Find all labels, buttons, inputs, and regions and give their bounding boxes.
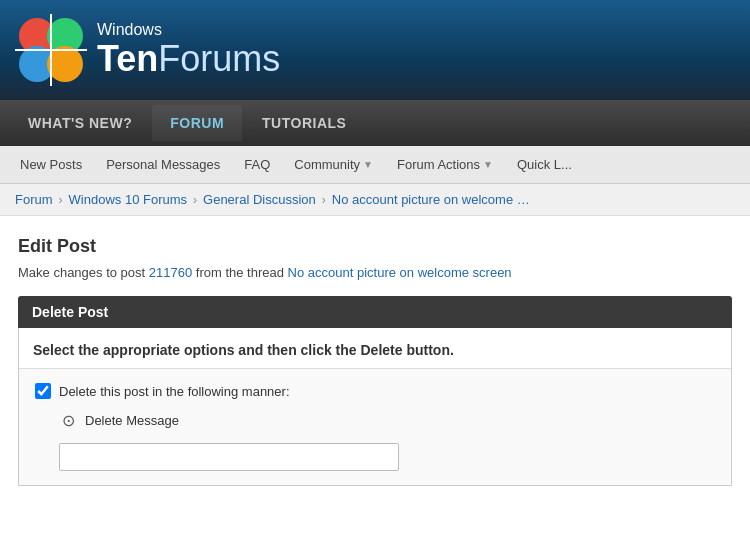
breadcrumb-thread[interactable]: No account picture on welcome scr... [332, 192, 532, 207]
content-area: Edit Post Make changes to post 211760 fr… [0, 216, 750, 506]
breadcrumb-forum[interactable]: Forum [15, 192, 53, 207]
breadcrumb: Forum › Windows 10 Forums › General Disc… [0, 184, 750, 216]
breadcrumb-sep-3: › [322, 193, 326, 207]
delete-reason-row [59, 443, 715, 471]
delete-message-row: ⊙ Delete Message [59, 411, 715, 429]
logo-text: Windows TenForums [97, 21, 280, 78]
breadcrumb-windows10forums[interactable]: Windows 10 Forums [69, 192, 187, 207]
svg-point-3 [47, 46, 83, 82]
delete-post-block: Delete Post Select the appropriate optio… [18, 296, 732, 486]
post-number-link[interactable]: 211760 [149, 265, 192, 280]
breadcrumb-sep-1: › [59, 193, 63, 207]
delete-checkbox-row: Delete this post in the following manner… [35, 383, 715, 399]
edit-post-title: Edit Post [18, 236, 732, 257]
nav-whats-new[interactable]: WHAT'S NEW? [10, 105, 150, 141]
delete-message-label: Delete Message [85, 413, 179, 428]
breadcrumb-general-discussion[interactable]: General Discussion [203, 192, 316, 207]
logo-tenforums: TenForums [97, 39, 280, 79]
community-dropdown-arrow: ▼ [363, 159, 373, 170]
logo-windows: Windows [97, 21, 280, 39]
edit-post-subtitle: Make changes to post 211760 from the thr… [18, 265, 732, 280]
logo-icon [15, 14, 87, 86]
subnav-forum-actions[interactable]: Forum Actions ▼ [385, 149, 505, 180]
delete-post-options: Delete this post in the following manner… [19, 369, 731, 485]
delete-post-header: Delete Post [18, 296, 732, 328]
subnav-new-posts[interactable]: New Posts [8, 149, 94, 180]
breadcrumb-sep-2: › [193, 193, 197, 207]
logo[interactable]: Windows TenForums [15, 14, 280, 86]
delete-checkbox[interactable] [35, 383, 51, 399]
subnav-personal-messages[interactable]: Personal Messages [94, 149, 232, 180]
subnav-quick-links[interactable]: Quick L... [505, 149, 584, 180]
subnav-community[interactable]: Community ▼ [282, 149, 385, 180]
subnav-faq[interactable]: FAQ [232, 149, 282, 180]
delete-post-instruction: Select the appropriate options and then … [19, 328, 731, 369]
forum-actions-dropdown-arrow: ▼ [483, 159, 493, 170]
site-header: Windows TenForums [0, 0, 750, 100]
sub-nav: New Posts Personal Messages FAQ Communit… [0, 146, 750, 184]
delete-checkbox-label[interactable]: Delete this post in the following manner… [59, 384, 290, 399]
nav-tutorials[interactable]: TUTORIALS [244, 105, 364, 141]
nav-forum[interactable]: FORUM [152, 105, 242, 141]
delete-post-body: Select the appropriate options and then … [18, 328, 732, 486]
main-nav: WHAT'S NEW? FORUM TUTORIALS [0, 100, 750, 146]
delete-message-radio-icon: ⊙ [59, 411, 77, 429]
thread-link[interactable]: No account picture on welcome screen [288, 265, 512, 280]
delete-reason-input[interactable] [59, 443, 399, 471]
